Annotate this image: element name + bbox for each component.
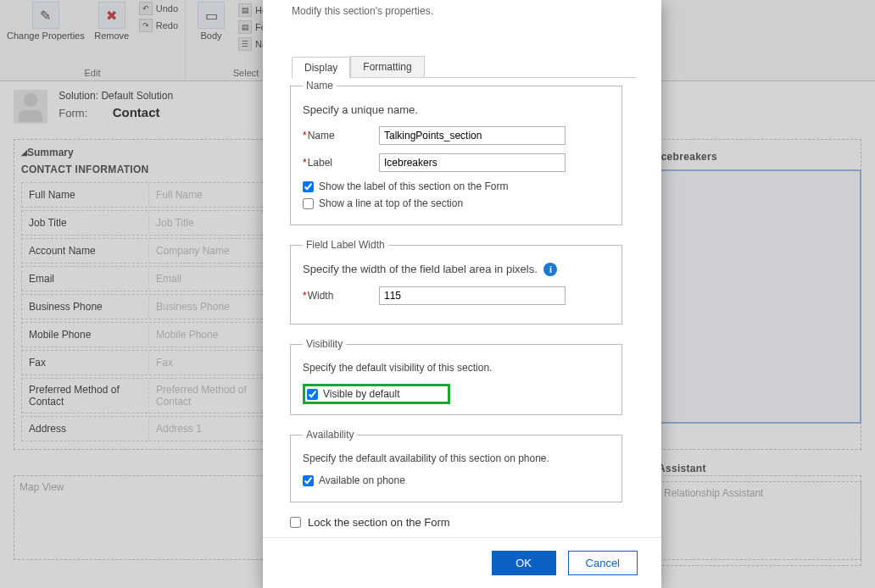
show-line-checkbox[interactable]	[303, 198, 314, 209]
ok-button[interactable]: OK	[492, 551, 556, 575]
legend-availability: Availability	[303, 429, 357, 441]
fieldset-visibility: Visibility Specify the default visibilit…	[290, 338, 622, 415]
info-icon[interactable]: i	[543, 263, 557, 276]
width-desc-text: Specify the width of the field label are…	[303, 263, 538, 275]
available-checkbox-row[interactable]: Available on phone	[303, 474, 610, 486]
lock-section-checkbox[interactable]	[290, 517, 301, 528]
name-desc: Specify a unique name.	[303, 103, 610, 116]
dialog-scroll-area[interactable]: Name Specify a unique name. Name Label S…	[288, 78, 636, 537]
available-checkbox[interactable]	[303, 475, 314, 486]
visibility-desc: Specify the default visibility of this s…	[303, 362, 610, 374]
width-input[interactable]	[379, 286, 566, 305]
show-label-checkbox-row[interactable]: Show the label of this section on the Fo…	[303, 180, 610, 192]
fieldset-availability: Availability Specify the default availab…	[290, 429, 622, 502]
dialog-intro: Modify this section's properties.	[292, 5, 636, 17]
visible-checkbox[interactable]	[307, 389, 318, 400]
lock-section-row[interactable]: Lock the section on the Form	[290, 516, 622, 529]
label-input[interactable]	[379, 153, 566, 172]
available-text: Available on phone	[319, 474, 405, 486]
visible-highlight: Visible by default	[303, 384, 450, 404]
tab-display[interactable]: Display	[292, 57, 350, 78]
dialog-footer: OK Cancel	[263, 537, 661, 588]
label-label: Label	[303, 157, 379, 169]
legend-width: Field Label Width	[303, 239, 388, 251]
legend-name: Name	[303, 80, 337, 92]
legend-visibility: Visibility	[303, 338, 346, 350]
width-label: Width	[303, 290, 379, 302]
show-label-checkbox[interactable]	[303, 181, 314, 192]
visible-text: Visible by default	[323, 388, 400, 400]
section-properties-dialog: Modify this section's properties. Displa…	[263, 0, 661, 588]
show-label-text: Show the label of this section on the Fo…	[319, 180, 508, 192]
show-line-text: Show a line at top of the section	[319, 197, 463, 209]
lock-section-text: Lock the section on the Form	[308, 516, 450, 529]
fieldset-name: Name Specify a unique name. Name Label S…	[290, 80, 622, 225]
name-input[interactable]	[379, 126, 566, 145]
show-line-checkbox-row[interactable]: Show a line at top of the section	[303, 197, 610, 209]
width-desc: Specify the width of the field label are…	[303, 263, 610, 276]
fieldset-width: Field Label Width Specify the width of t…	[290, 239, 622, 325]
tab-formatting[interactable]: Formatting	[350, 56, 424, 77]
tab-strip: Display Formatting	[292, 56, 636, 78]
availability-desc: Specify the default availability of this…	[303, 452, 610, 464]
cancel-button[interactable]: Cancel	[568, 551, 638, 575]
name-label: Name	[303, 130, 379, 141]
